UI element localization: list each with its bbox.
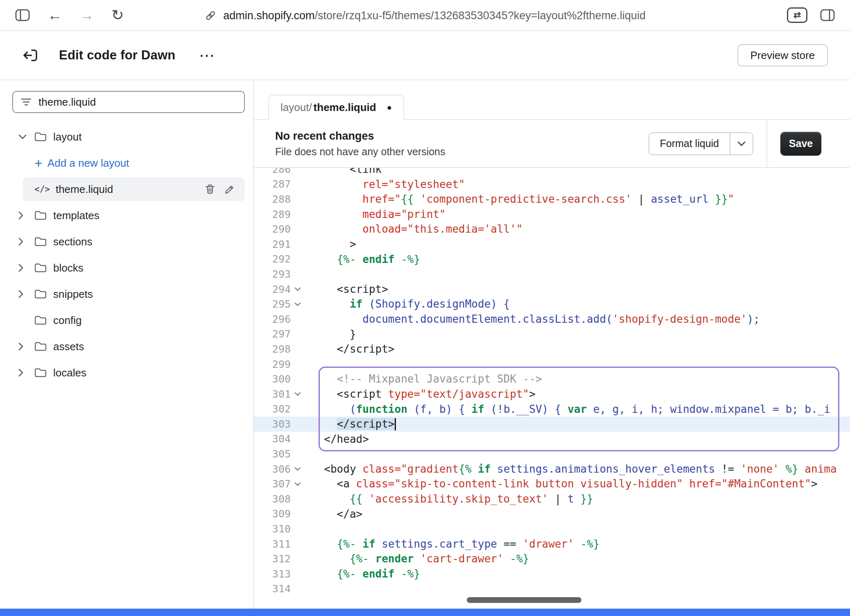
code-line-308[interactable]: 308 {{ 'accessibility.skip_to_text' | t … [254,491,850,507]
code-line-303[interactable]: 303 </script> [254,417,850,432]
code-line-291[interactable]: 291 > [254,237,850,252]
code-text[interactable]: > [311,237,356,252]
exit-icon[interactable] [22,47,38,63]
sidebar-item-assets[interactable]: assets [0,333,253,360]
code-line-297[interactable]: 297 } [254,327,850,342]
code-text[interactable]: <body class="gradient{% if settings.anim… [311,462,837,477]
code-line-306[interactable]: 306 <body class="gradient{% if settings.… [254,462,850,477]
code-text[interactable]: {%- endif -%} [311,566,420,582]
fold-chevron-icon[interactable] [294,387,305,402]
code-text[interactable]: } [311,327,356,342]
code-text[interactable]: {%- endif -%} [311,252,420,267]
sidebar-item-templates[interactable]: templates [0,202,253,229]
format-liquid-button[interactable]: Format liquid [649,133,730,154]
code-line-312[interactable]: 312 {%- render 'cart-drawer' -%} [254,551,850,566]
folder-icon [34,236,47,247]
code-text[interactable]: <link [311,168,382,177]
code-text[interactable]: </a> [311,507,362,522]
sidebar-item-snippets[interactable]: snippets [0,281,253,307]
file-search-box[interactable] [12,91,245,113]
code-line-288[interactable]: 288 href="{{ 'component-predictive-searc… [254,192,850,207]
code-line-310[interactable]: 310 [254,521,850,537]
code-line-295[interactable]: 295 if (Shopify.designMode) { [254,297,850,312]
file-tree: layout+Add a new layout</>theme.liquidte… [0,124,253,386]
code-line-301[interactable]: 301 <script type="text/javascript"> [254,387,850,402]
tab-switcher-icon[interactable]: ⇄ [787,7,807,23]
sidebar-item-add-a-new-layout[interactable]: +Add a new layout [0,150,253,176]
code-line-305[interactable]: 305 [254,446,850,462]
code-text[interactable]: </head> [311,432,369,447]
code-line-290[interactable]: 290 onload="this.media='all'" [254,222,850,237]
code-text[interactable]: (function (f, b) { if (!b.__SV) { var e,… [311,402,830,417]
more-actions-button[interactable]: ⋯ [199,48,216,63]
fold-chevron-icon[interactable] [294,462,305,477]
code-line-286[interactable]: 286 <link [254,168,850,177]
sidebar-item-blocks[interactable]: blocks [0,255,253,281]
code-line-313[interactable]: 313 {%- endif -%} [254,566,850,582]
forward-icon[interactable]: → [79,8,94,23]
code-text[interactable]: <a class="skip-to-content-link button vi… [311,476,818,491]
code-line-287[interactable]: 287 rel="stylesheet" [254,177,850,192]
sidebar-right-toggle-icon[interactable] [820,8,835,22]
chevron-right-icon[interactable] [18,368,29,377]
code-line-298[interactable]: 298 </script> [254,342,850,357]
chevron-down-icon[interactable] [18,134,29,140]
code-line-296[interactable]: 296 document.documentElement.classList.a… [254,312,850,327]
search-input[interactable] [38,96,219,109]
save-button[interactable]: Save [780,132,821,156]
code-text[interactable]: <!-- Mixpanel Javascript SDK --> [311,371,542,387]
sidebar-item-layout[interactable]: layout [0,124,253,150]
code-line-314[interactable]: 314 [254,582,850,597]
code-line-292[interactable]: 292 {%- endif -%} [254,252,850,267]
horizontal-scrollbar-thumb[interactable] [467,597,581,603]
sidebar-item-theme-liquid[interactable]: </>theme.liquid [23,177,245,201]
code-text[interactable]: document.documentElement.classList.add('… [311,312,760,327]
code-line-309[interactable]: 309 </a> [254,507,850,522]
chevron-right-icon[interactable] [18,290,29,299]
text-cursor [395,418,396,430]
code-text[interactable]: onload="this.media='all'" [311,222,523,237]
fold-chevron-icon[interactable] [294,297,305,312]
code-text[interactable]: media="print" [311,207,446,222]
code-line-302[interactable]: 302 (function (f, b) { if (!b.__SV) { va… [254,402,850,417]
back-icon[interactable]: ← [47,8,62,23]
sidebar-toggle-icon[interactable] [15,8,30,22]
address-bar[interactable]: admin.shopify.com/store/rzq1xu-f5/themes… [204,0,645,31]
code-text[interactable]: <script type="text/javascript"> [311,387,536,402]
code-line-293[interactable]: 293 [254,267,850,282]
rename-file-icon[interactable] [224,183,236,195]
chevron-right-icon[interactable] [18,342,29,351]
code-text[interactable]: </script> [311,417,396,432]
preview-store-button[interactable]: Preview store [737,44,828,66]
code-text[interactable]: if (Shopify.designMode) { [311,297,510,312]
code-line-307[interactable]: 307 <a class="skip-to-content-link butto… [254,476,850,491]
line-number: 292 [272,253,291,265]
code-text[interactable]: {%- render 'cart-drawer' -%} [311,551,529,566]
code-line-311[interactable]: 311 {%- if settings.cart_type == 'drawer… [254,537,850,552]
code-text[interactable]: {%- if settings.cart_type == 'drawer' -%… [311,537,599,552]
code-line-299[interactable]: 299 [254,357,850,372]
fold-chevron-icon[interactable] [294,476,305,491]
fold-slot [294,446,305,462]
sidebar-item-sections[interactable]: sections [0,229,253,255]
code-text[interactable]: href="{{ 'component-predictive-search.cs… [311,192,734,207]
code-line-294[interactable]: 294 <script> [254,282,850,297]
code-line-300[interactable]: 300 <!-- Mixpanel Javascript SDK --> [254,371,850,387]
sidebar-item-config[interactable]: config [0,307,253,333]
delete-file-icon[interactable] [204,183,216,195]
code-text[interactable]: rel="stylesheet" [311,177,465,192]
chevron-right-icon[interactable] [18,211,29,220]
sidebar-item-locales[interactable]: locales [0,360,253,386]
tab-theme-liquid[interactable]: layout/theme.liquid ● [268,95,404,120]
chevron-right-icon[interactable] [18,263,29,272]
chevron-right-icon[interactable] [18,237,29,246]
code-text[interactable]: </script> [311,342,395,357]
code-editor[interactable]: 286 <link287 rel="stylesheet"288 href="{… [254,168,850,609]
reload-icon[interactable]: ↻ [111,8,124,23]
code-line-289[interactable]: 289 media="print" [254,207,850,222]
fold-chevron-icon[interactable] [294,282,305,297]
code-line-304[interactable]: 304 </head> [254,432,850,447]
format-options-caret-button[interactable] [730,133,753,154]
code-text[interactable]: {{ 'accessibility.skip_to_text' | t }} [311,491,593,507]
code-text[interactable]: <script> [311,282,388,297]
